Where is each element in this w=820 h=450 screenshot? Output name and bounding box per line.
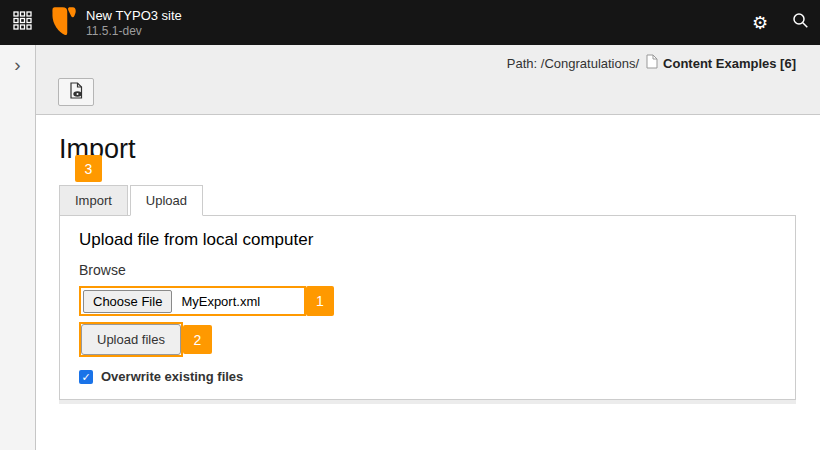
upload-button-row: Upload files 2 <box>79 322 775 357</box>
gear-icon: ⚙ <box>752 14 768 32</box>
browse-label: Browse <box>79 261 775 279</box>
view-webpage-button[interactable] <box>58 78 94 106</box>
site-version: 11.5.1-dev <box>86 24 182 38</box>
overwrite-checkbox-label[interactable]: Overwrite existing files <box>101 369 243 384</box>
topbar: New TYPO3 site 11.5.1-dev ⚙ <box>0 0 820 45</box>
modules-menu-button[interactable] <box>0 0 44 45</box>
overwrite-checkbox[interactable]: ✓ <box>79 370 93 384</box>
breadcrumb-record-title: Content Examples [6] <box>663 56 796 71</box>
docheader: Path: /Congratulations/ Content Examples… <box>36 45 820 115</box>
choose-file-button[interactable]: Choose File <box>83 290 172 313</box>
breadcrumb: Path: /Congratulations/ Content Examples… <box>507 54 796 72</box>
page-icon <box>646 54 658 72</box>
page-eye-icon <box>68 82 85 103</box>
grid-icon <box>13 11 32 34</box>
upload-files-button[interactable]: Upload files <box>81 324 181 355</box>
file-input-row: Choose File MyExport.xml 1 <box>79 286 775 316</box>
chevron-right-icon[interactable]: › <box>14 55 20 74</box>
search-icon <box>792 12 809 33</box>
tour-step-badge-1: 1 <box>306 286 334 316</box>
tour-step-badge-3: 3 <box>75 155 102 182</box>
workspace: › Path: /Congratulations/ Content Exampl… <box>0 45 820 450</box>
settings-button[interactable]: ⚙ <box>740 0 780 45</box>
content-area: Import 3 Import Upload Upload file from … <box>36 115 820 450</box>
search-button[interactable] <box>780 0 820 45</box>
tab-upload[interactable]: Upload <box>130 185 203 216</box>
page-title: Import <box>59 133 796 165</box>
breadcrumb-path: Path: /Congratulations/ <box>507 56 639 71</box>
tab-import[interactable]: Import <box>59 185 128 216</box>
site-brand-link[interactable]: New TYPO3 site 11.5.1-dev <box>52 6 182 40</box>
overwrite-row: ✓ Overwrite existing files <box>79 369 775 384</box>
tour-step-badge-2: 2 <box>183 325 212 354</box>
module-sidebar-collapsed: › <box>0 45 36 450</box>
panel-title: Upload file from local computer <box>79 229 775 251</box>
typo3-logo-icon <box>52 6 76 40</box>
upload-button-highlight: Upload files <box>79 322 183 357</box>
upload-panel: Upload file from local computer Browse C… <box>59 216 796 400</box>
selected-filename: MyExport.xml <box>172 294 260 309</box>
tab-bar: Import Upload <box>59 185 796 216</box>
module-main: Path: /Congratulations/ Content Examples… <box>36 45 820 450</box>
file-input[interactable]: Choose File MyExport.xml <box>79 286 306 316</box>
site-title: New TYPO3 site <box>86 8 182 24</box>
